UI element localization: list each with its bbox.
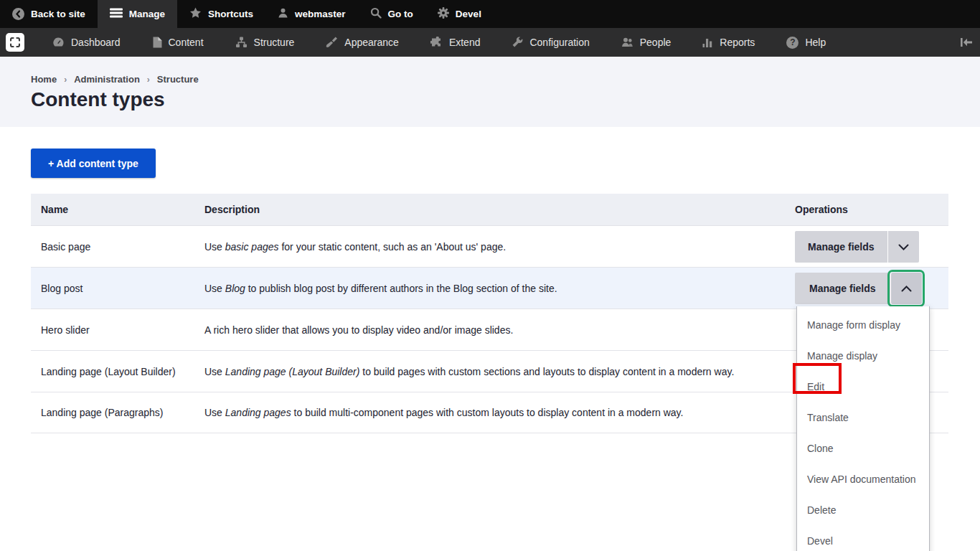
row-name: Landing page (Layout Builder) [41,366,204,377]
dropbutton-basic-page: Manage fields [795,231,938,263]
nav-help-label: Help [805,37,826,48]
menu-item-manage-display[interactable]: Manage display [797,340,929,371]
menu-item-devel[interactable]: Devel [797,525,929,551]
devel-menu[interactable]: Devel [425,0,494,28]
column-header-name: Name [41,204,204,215]
back-to-site-button[interactable]: Back to site [0,0,98,28]
nav-configuration-label: Configuration [529,37,589,48]
row-description: Use Blog to publish blog post by differe… [204,283,795,294]
wrench-icon [512,37,523,48]
menu-item-manage-form-display[interactable]: Manage form display [797,309,929,340]
shortcuts-tab[interactable]: Shortcuts [177,0,265,28]
drupal-admin-screen: Back to site Manage Shortcuts webmaster … [0,0,980,551]
shortcuts-label: Shortcuts [208,9,253,19]
devel-label: Devel [456,9,481,19]
breadcrumb-structure[interactable]: Structure [157,74,199,85]
breadcrumb-administration[interactable]: Administration [74,74,140,85]
user-menu[interactable]: webmaster [265,0,358,28]
goto-menu[interactable]: Go to [358,0,425,28]
nav-people[interactable]: People [611,28,682,57]
gear-icon [438,7,449,21]
add-content-type-button[interactable]: + Add content type [31,149,156,178]
dropbutton-blog-post: Manage fields [795,273,938,304]
dropdown-toggle-blog-post[interactable] [890,273,922,304]
row-name: Hero slider [41,324,204,336]
breadcrumb-separator: › [147,75,150,85]
menu-item-clone[interactable]: Clone [797,433,929,463]
nav-people-label: People [640,37,672,48]
manage-label: Manage [129,9,165,19]
chevron-down-icon [898,241,909,253]
manage-tab[interactable]: Manage [98,0,177,28]
operations-dropdown-menu: Manage form display Manage display Edit … [796,306,930,551]
nav-extend-label: Extend [449,37,481,48]
goto-label: Go to [388,9,413,19]
row-description: Use basic pages for your static content,… [204,241,795,253]
row-name: Basic page [41,241,204,253]
row-description: A rich hero slider that allows you to di… [204,324,795,336]
row-description: Use Landing page (Layout Builder) to bui… [204,366,795,377]
frame-icon[interactable] [6,33,24,52]
page-title: Content types [31,88,165,111]
nav-configuration[interactable]: Configuration [501,28,600,57]
chevron-up-icon [901,283,912,294]
nav-reports[interactable]: Reports [692,28,765,57]
nav-structure-label: Structure [254,37,295,48]
top-toolbar: Back to site Manage Shortcuts webmaster … [0,0,980,28]
nav-help[interactable]: ? Help [776,28,837,57]
nav-structure[interactable]: Structure [225,28,306,57]
bar-chart-icon [702,37,713,48]
nav-appearance-label: Appearance [344,37,399,48]
star-icon [189,7,202,21]
brush-icon [326,37,338,48]
nav-content-label: Content [169,37,204,48]
table-header-row: Name Description Operations [31,194,948,225]
puzzle-icon [430,37,443,48]
back-icon [12,8,24,20]
breadcrumb: Home › Administration › Structure [31,74,199,85]
column-header-description: Description [204,204,795,215]
back-to-site-label: Back to site [31,9,85,19]
menu-item-delete[interactable]: Delete [797,494,929,525]
user-icon [278,7,288,21]
gauge-icon [52,37,65,48]
nav-extend[interactable]: Extend [420,28,491,57]
dropdown-toggle-basic-page[interactable] [887,231,919,263]
table-row-blog-post: Blog post Use Blog to publish blog post … [31,267,948,309]
menu-icon [110,7,123,21]
nav-dashboard-label: Dashboard [71,37,121,48]
page-header: Home › Administration › Structure Conten… [0,57,980,127]
menu-item-edit[interactable]: Edit [797,371,929,402]
nav-reports-label: Reports [720,37,755,48]
row-name: Blog post [41,283,204,294]
people-icon [621,37,633,48]
collapse-left-icon[interactable] [960,37,973,47]
breadcrumb-home[interactable]: Home [31,74,57,85]
column-header-operations: Operations [795,204,938,215]
menu-item-view-api-documentation[interactable]: View API documentation [797,463,929,494]
table-row-basic-page: Basic page Use basic pages for your stat… [31,225,948,267]
row-name: Landing page (Paragraphs) [41,407,204,418]
sitemap-icon [235,37,248,48]
nav-dashboard[interactable]: Dashboard [42,28,131,57]
manage-fields-button[interactable]: Manage fields [795,273,890,304]
file-icon [152,37,162,48]
row-description: Use Landing pages to build multi-compone… [204,407,795,418]
search-icon [370,7,382,21]
manage-fields-button[interactable]: Manage fields [795,231,887,263]
nav-appearance[interactable]: Appearance [315,28,410,57]
username-label: webmaster [295,9,346,19]
nav-content[interactable]: Content [141,28,215,57]
question-icon: ? [786,37,798,49]
breadcrumb-separator: › [64,75,67,85]
admin-toolbar: Dashboard Content Structure Appearance E… [0,28,980,57]
menu-item-translate[interactable]: Translate [797,402,929,433]
